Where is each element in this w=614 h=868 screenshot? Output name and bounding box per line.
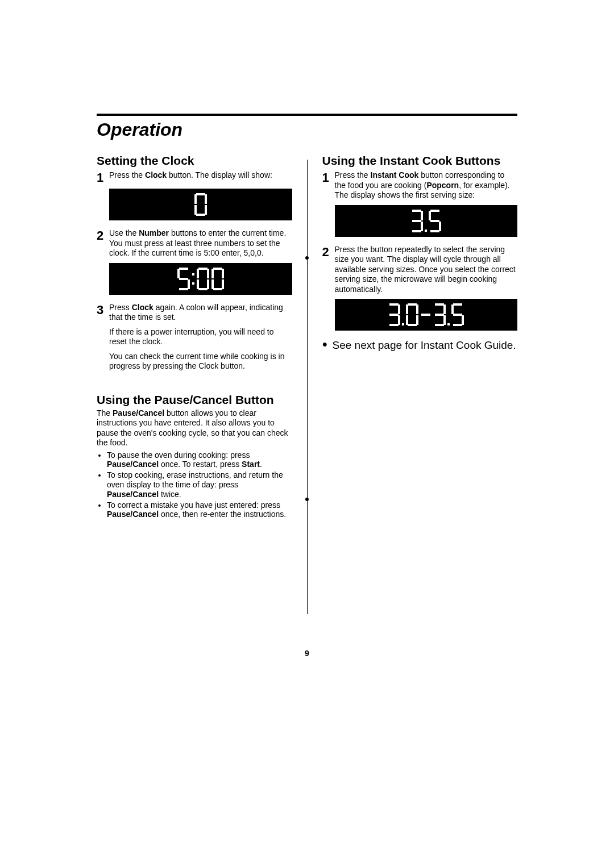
pause-heading: Using the Pause/Cancel Button: [97, 393, 292, 406]
clock-heading: Setting the Clock: [97, 154, 292, 167]
instant-cook-section: Using the Instant Cook Buttons 1 Press t…: [322, 154, 518, 353]
clock-step-3: 3 Press Clock again. A colon will appear…: [97, 303, 292, 376]
instant-note: ● See next page for Instant Cook Guide.: [322, 339, 518, 353]
step-number: 1: [97, 170, 109, 184]
instant-step-1: 1 Press the Instant Cook button correspo…: [322, 170, 518, 201]
left-column: Setting the Clock 1 Press the Clock butt…: [97, 154, 292, 620]
clock-step-1: 1 Press the Clock button. The display wi…: [97, 170, 292, 184]
lcd-display: [335, 205, 518, 237]
lcd-display: [109, 263, 292, 295]
bullet-dot-icon: ●: [322, 339, 333, 349]
clock-step-2: 2 Use the Number buttons to enter the cu…: [97, 228, 292, 258]
pause-bullet: To correct a mistake you have just enter…: [107, 500, 292, 520]
right-column: Using the Instant Cook Buttons 1 Press t…: [322, 154, 518, 620]
step-number: 2: [322, 245, 335, 258]
pause-cancel-section: Using the Pause/Cancel Button The Pause/…: [97, 393, 292, 520]
page-title: Operation: [97, 119, 517, 140]
step-number: 3: [97, 303, 109, 316]
clock-step-3-p1: Press Clock again. A colon will appear, …: [109, 303, 292, 323]
step-number: 1: [322, 170, 335, 184]
instant-step-2: 2 Press the button repeatedly to select …: [322, 245, 518, 295]
pause-bullet: To stop cooking, erase instructions, and…: [107, 470, 292, 499]
page-number: 9: [0, 649, 614, 658]
pause-bullets: To pause the oven during cooking: press …: [97, 450, 292, 520]
instant-step-1-body: Press the Instant Cook button correspond…: [335, 170, 518, 201]
divider-dot: [305, 498, 309, 501]
step-number: 2: [97, 228, 109, 242]
clock-step-3-body: Press Clock again. A colon will appear, …: [109, 303, 292, 376]
instant-heading: Using the Instant Cook Buttons: [322, 154, 518, 167]
pause-intro: The Pause/Cancel button allows you to cl…: [97, 408, 292, 448]
clock-step-2-body: Use the Number buttons to enter the curr…: [109, 228, 292, 258]
setting-clock-section: Setting the Clock 1 Press the Clock butt…: [97, 154, 292, 376]
clock-step-3-p3: You can check the current time while coo…: [109, 352, 292, 372]
pause-bullet: To pause the oven during cooking: press …: [107, 450, 292, 470]
section-rule: [97, 114, 517, 116]
content-columns: Setting the Clock 1 Press the Clock butt…: [97, 154, 517, 620]
clock-step-3-p2: If there is a power interruption, you wi…: [109, 327, 292, 347]
instant-step-2-body: Press the button repeatedly to select th…: [335, 245, 518, 295]
clock-step-1-body: Press the Clock button. The display will…: [109, 170, 292, 181]
column-separator: [307, 160, 308, 614]
divider-dot: [305, 256, 309, 260]
instant-note-text: See next page for Instant Cook Guide.: [333, 339, 516, 353]
lcd-display: [109, 189, 292, 220]
lcd-display: [335, 299, 518, 331]
